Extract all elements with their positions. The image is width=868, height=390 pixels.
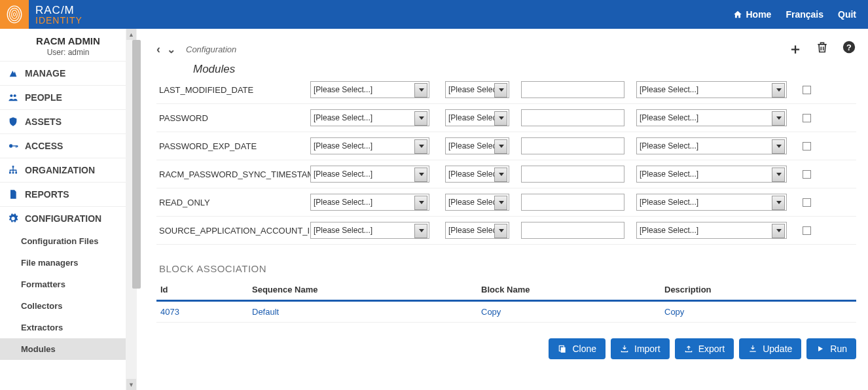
attribute-select-1[interactable]: [Please Select...] xyxy=(310,137,429,154)
attribute-select-2[interactable]: [Please Selec xyxy=(445,166,509,183)
row-seq-link[interactable]: Default xyxy=(252,307,279,317)
attribute-select-2[interactable]: [Please Selec xyxy=(445,222,509,239)
attribute-select-1[interactable]: [Please Select...] xyxy=(310,166,429,183)
sidebar-sub-formatters[interactable]: Formatters xyxy=(0,274,136,295)
import-icon xyxy=(620,344,629,353)
sidebar-sub-file-managers[interactable]: File managers xyxy=(0,252,136,274)
delete-button[interactable] xyxy=(816,40,829,58)
attribute-input[interactable] xyxy=(521,81,624,98)
people-icon xyxy=(8,92,18,103)
attribute-select-3[interactable]: [Please Select...] xyxy=(636,109,787,126)
svg-rect-17 xyxy=(561,347,566,353)
help-button[interactable]: ? xyxy=(842,40,856,58)
reports-icon xyxy=(8,189,18,200)
update-button[interactable]: Update xyxy=(739,338,801,359)
svg-rect-13 xyxy=(15,172,17,174)
attribute-label: SOURCE_APPLICATION_ACCOUNT_ID xyxy=(156,226,310,236)
row-block-link[interactable]: Copy xyxy=(481,307,501,317)
attribute-select-3[interactable]: [Please Select...] xyxy=(636,81,787,98)
assets-icon xyxy=(8,116,18,127)
attribute-row: LAST_MODIFIED_DATE[Please Select...][Ple… xyxy=(156,76,856,104)
attribute-row: PASSWORD_EXP_DATE[Please Select...][Plea… xyxy=(156,132,856,160)
download-icon xyxy=(748,344,757,353)
row-id-link[interactable]: 4073 xyxy=(160,307,179,317)
attribute-select-1[interactable]: [Please Select...] xyxy=(310,81,429,98)
gear-icon xyxy=(8,213,18,224)
add-button[interactable]: ＋ xyxy=(788,39,803,59)
play-icon xyxy=(816,344,825,353)
attribute-checkbox[interactable] xyxy=(803,226,811,235)
attribute-select-3[interactable]: [Please Select...] xyxy=(636,137,787,154)
attribute-input[interactable] xyxy=(521,109,624,126)
attribute-select-2[interactable]: [Please Selec xyxy=(445,109,509,126)
attribute-row: RACM_PASSWORD_SYNC_TIMESTAMP[Please Sele… xyxy=(156,160,856,188)
block-association-title: BLOCK ASSOCIATION xyxy=(159,263,856,274)
clone-button[interactable]: Clone xyxy=(549,338,606,359)
attribute-select-3[interactable]: [Please Select...] xyxy=(636,222,787,239)
sidebar-header: RACM ADMIN User: admin xyxy=(0,29,136,61)
sidebar-item-people[interactable]: PEOPLE xyxy=(0,85,136,109)
svg-point-4 xyxy=(10,94,12,97)
attribute-row: READ_ONLY[Please Select...][Please Selec… xyxy=(156,188,856,217)
sidebar-item-configuration[interactable]: CONFIGURATION xyxy=(0,206,136,230)
quit-link[interactable]: Quit xyxy=(838,9,856,20)
key-icon xyxy=(8,141,18,151)
language-link[interactable]: Français xyxy=(786,9,823,20)
back-icon[interactable]: ‹ xyxy=(156,43,160,56)
attribute-select-2[interactable]: [Please Selec xyxy=(445,194,509,211)
attribute-select-1[interactable]: [Please Select...] xyxy=(310,222,429,239)
attribute-label: READ_ONLY xyxy=(156,198,310,207)
sidebar-item-organization[interactable]: ORGANIZATION xyxy=(0,158,136,182)
attribute-label: PASSWORD xyxy=(156,113,310,123)
sidebar-scrollbar[interactable]: ▲ ▼ xyxy=(126,29,137,390)
chevron-down-icon[interactable]: ⌄ xyxy=(167,43,175,56)
sidebar-item-reports[interactable]: REPORTS xyxy=(0,182,136,206)
attribute-select-1[interactable]: [Please Select...] xyxy=(310,194,429,211)
attribute-checkbox[interactable] xyxy=(803,114,811,122)
attribute-select-3[interactable]: [Please Select...] xyxy=(636,166,787,183)
svg-rect-7 xyxy=(12,145,17,146)
brand-top: RAC/M xyxy=(35,5,82,16)
row-desc-link[interactable]: Copy xyxy=(664,307,684,317)
sidebar: RACM ADMIN User: admin MANAGE PEOPLE ASS… xyxy=(0,29,137,390)
sidebar-item-access[interactable]: ACCESS xyxy=(0,133,136,158)
svg-rect-9 xyxy=(17,145,18,147)
sidebar-sub-modules[interactable]: Modules xyxy=(0,338,136,360)
sidebar-sub-collectors[interactable]: Collectors xyxy=(0,295,136,317)
scroll-down-icon[interactable]: ▼ xyxy=(126,379,136,390)
sidebar-item-manage[interactable]: MANAGE xyxy=(0,61,136,85)
attribute-checkbox[interactable] xyxy=(803,198,811,207)
col-description: Description xyxy=(660,279,856,301)
table-row[interactable]: 4073 Default Copy Copy xyxy=(156,301,856,323)
scroll-thumb[interactable] xyxy=(132,40,141,289)
attribute-input[interactable] xyxy=(521,222,624,239)
attribute-select-2[interactable]: [Please Selec xyxy=(445,81,509,98)
attribute-select-2[interactable]: [Please Selec xyxy=(445,137,509,154)
svg-point-3 xyxy=(13,12,15,16)
attribute-checkbox[interactable] xyxy=(803,86,811,94)
fingerprint-icon xyxy=(6,5,23,24)
sidebar-sub-config-files[interactable]: Configuration Files xyxy=(0,230,136,252)
attribute-select-3[interactable]: [Please Select...] xyxy=(636,194,787,211)
attribute-checkbox[interactable] xyxy=(803,142,811,151)
attribute-input[interactable] xyxy=(521,166,624,183)
svg-rect-12 xyxy=(12,172,14,174)
scroll-up-icon[interactable]: ▲ xyxy=(126,29,136,40)
sidebar-item-assets[interactable]: ASSETS xyxy=(0,109,136,133)
attribute-row: SOURCE_APPLICATION_ACCOUNT_ID[Please Sel… xyxy=(156,217,856,245)
import-button[interactable]: Import xyxy=(611,338,670,359)
attribute-checkbox[interactable] xyxy=(803,170,811,179)
trash-icon xyxy=(816,40,829,54)
run-button[interactable]: Run xyxy=(806,338,856,359)
organization-icon xyxy=(8,165,18,175)
attribute-select-1[interactable]: [Please Select...] xyxy=(310,109,429,126)
home-link[interactable]: Home xyxy=(733,9,772,20)
attribute-input[interactable] xyxy=(521,194,624,211)
export-button[interactable]: Export xyxy=(675,338,734,359)
sidebar-sub-extractors[interactable]: Extractors xyxy=(0,317,136,338)
attribute-label: RACM_PASSWORD_SYNC_TIMESTAMP xyxy=(156,169,310,179)
attribute-input[interactable] xyxy=(521,137,624,154)
attribute-label: LAST_MODIFIED_DATE xyxy=(156,85,310,95)
svg-text:?: ? xyxy=(846,43,852,52)
help-icon: ? xyxy=(842,40,856,54)
